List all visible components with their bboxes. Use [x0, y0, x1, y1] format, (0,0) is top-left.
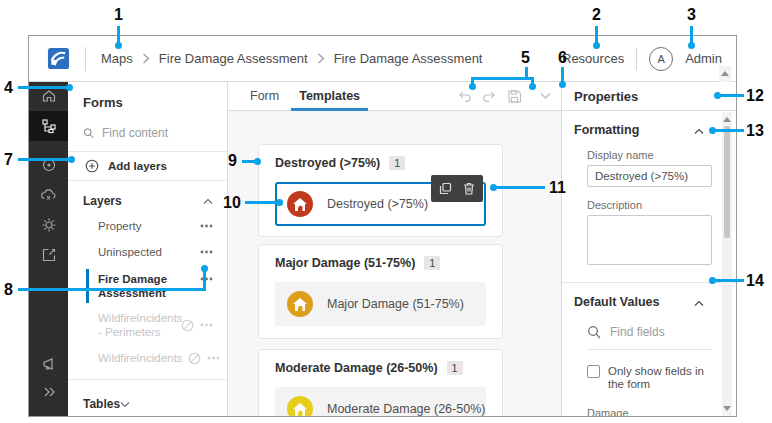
card-hover-toolbar — [431, 175, 483, 202]
only-show-fields-checkbox-row[interactable]: Only show fields in the form — [587, 365, 722, 391]
redo-icon[interactable] — [481, 88, 497, 104]
divider — [68, 379, 227, 380]
tables-section-header[interactable]: Tables — [83, 392, 213, 416]
checkbox-unchecked[interactable] — [587, 365, 600, 378]
scroll-up-arrow[interactable] — [723, 117, 731, 122]
breadcrumb-maps[interactable]: Maps — [101, 51, 133, 66]
template-symbol — [287, 396, 313, 416]
breadcrumb: Maps Fire Damage Assessment Fire Damage … — [101, 51, 562, 66]
templates-canvas: Destroyed (>75%) 1 Destroyed (>75%) — [228, 111, 561, 416]
default-values-section-header[interactable]: Default Values — [562, 283, 736, 309]
callout-number: 9 — [228, 152, 237, 170]
header-divider — [636, 48, 637, 70]
group-count-badge: 1 — [447, 361, 463, 375]
tab-bar: Form Templates — [228, 82, 561, 111]
breadcrumb-map-name[interactable]: Fire Damage Assessment — [159, 51, 308, 66]
chevron-up-icon — [203, 198, 213, 205]
find-content-search[interactable] — [83, 126, 212, 140]
options-menu-icon[interactable] — [207, 356, 220, 360]
geofence-icon[interactable] — [29, 151, 68, 179]
resources-link[interactable]: Resources — [562, 51, 624, 66]
burned-house-icon — [293, 198, 307, 211]
share-icon[interactable] — [29, 241, 68, 269]
group-count-badge: 1 — [424, 256, 440, 270]
find-fields-search[interactable] — [587, 325, 712, 350]
display-name-field[interactable] — [587, 165, 712, 187]
template-group-major: Major Damage (51-75%) 1 Major Damage (51… — [258, 244, 503, 339]
layer-label: WildfireIncidents — [98, 351, 182, 365]
options-menu-icon[interactable] — [200, 277, 213, 281]
properties-title: Properties — [562, 82, 736, 111]
template-card-destroyed[interactable]: Destroyed (>75%) — [275, 182, 486, 226]
template-label: Destroyed (>75%) — [327, 197, 428, 211]
screenshot-root: Maps Fire Damage Assessment Fire Damage … — [0, 0, 772, 423]
undo-icon[interactable] — [456, 88, 472, 104]
forms-panel: Forms Add layers Layers Property — [68, 82, 228, 416]
callout-number: 11 — [549, 179, 566, 197]
options-menu-icon[interactable] — [200, 224, 213, 228]
announcement-icon[interactable] — [29, 350, 68, 378]
layer-item-wildfire-perimeters[interactable]: WildfireIncidents - Perimeters — [68, 308, 227, 342]
template-symbol — [287, 191, 313, 217]
tables-section-label: Tables — [83, 397, 120, 411]
header-divider — [85, 47, 86, 71]
search-input[interactable] — [610, 325, 700, 339]
chevron-down-icon — [120, 401, 130, 408]
options-menu-icon[interactable] — [200, 323, 213, 327]
template-group-destroyed: Destroyed (>75%) 1 Destroyed (>75%) — [258, 144, 503, 237]
layer-item-uninspected[interactable]: Uninspected — [68, 240, 227, 264]
callout-number: 12 — [746, 87, 764, 105]
offline-icon[interactable] — [29, 181, 68, 209]
template-card-major[interactable]: Major Damage (51-75%) — [275, 282, 486, 326]
layer-item-wildfire-incidents[interactable]: WildfireIncidents — [68, 346, 227, 370]
scrollbar-thumb[interactable] — [724, 126, 730, 238]
search-icon — [587, 325, 601, 339]
save-icon[interactable] — [506, 88, 522, 104]
group-title: Major Damage (51-75%) — [275, 256, 415, 270]
header-right: Resources A Admin — [562, 47, 722, 71]
tab-templates[interactable]: Templates — [289, 82, 370, 111]
avatar[interactable]: A — [649, 47, 673, 71]
settings-icon[interactable] — [29, 211, 68, 239]
scrollbar-vertical[interactable] — [722, 112, 732, 416]
callout-number: 3 — [687, 6, 696, 24]
callout-number: 1 — [114, 6, 123, 24]
tab-label: Templates — [299, 89, 360, 103]
search-input[interactable] — [102, 126, 212, 140]
damage-field-label: Damage — [587, 407, 712, 416]
chevron-down-icon[interactable] — [537, 88, 553, 104]
chevron-right-icon — [317, 53, 325, 64]
chevron-right-icon — [142, 53, 150, 64]
callout-number: 4 — [4, 79, 13, 97]
burned-house-icon — [293, 298, 307, 311]
collapse-panel-icon[interactable] — [29, 378, 68, 406]
scroll-up-arrow[interactable] — [721, 71, 729, 76]
callout-number: 8 — [4, 281, 13, 299]
group-title: Moderate Damage (26-50%) — [275, 361, 438, 375]
callout-number: 10 — [223, 194, 241, 212]
description-field[interactable] — [587, 215, 712, 265]
layer-item-property[interactable]: Property — [68, 214, 227, 238]
delete-icon[interactable] — [463, 182, 475, 195]
layers-section-header[interactable]: Layers — [83, 194, 213, 208]
options-menu-icon[interactable] — [200, 250, 213, 254]
callout-number: 6 — [558, 49, 567, 67]
template-card-moderate[interactable]: Moderate Damage (26-50%) — [275, 387, 486, 416]
callout-number: 13 — [746, 122, 764, 140]
tab-form[interactable]: Form — [240, 82, 289, 111]
layer-label: WildfireIncidents - Perimeters — [98, 311, 170, 339]
callout-number: 14 — [746, 272, 764, 290]
add-layers-button[interactable]: Add layers — [68, 151, 227, 181]
layer-label: Fire Damage Assessment — [98, 272, 174, 300]
editor-toolbar — [456, 88, 557, 104]
template-symbol — [287, 291, 313, 317]
duplicate-icon[interactable] — [439, 182, 452, 195]
search-icon — [83, 126, 94, 140]
not-supported-icon — [188, 352, 201, 365]
account-menu[interactable]: Admin — [685, 51, 722, 66]
template-group-moderate: Moderate Damage (26-50%) 1 Moderate Dama… — [258, 349, 503, 416]
layers-section-label: Layers — [83, 194, 122, 208]
scroll-down-arrow[interactable] — [723, 406, 731, 411]
default-values-section-label: Default Values — [574, 295, 659, 309]
forms-icon[interactable] — [29, 111, 68, 141]
